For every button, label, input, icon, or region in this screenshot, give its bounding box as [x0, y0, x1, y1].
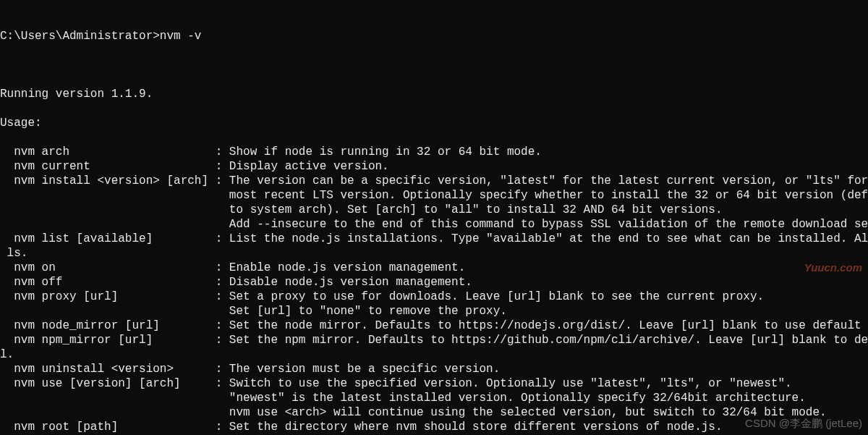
shell-prompt: C:\Users\Administrator>: [0, 30, 160, 43]
output-line: [0, 101, 868, 116]
output-line: nvm on : Enable node.js version manageme…: [0, 261, 868, 275]
output-line: nvm use [version] [arch] : Switch to use…: [0, 376, 868, 391]
output-line: Running version 1.1.9.: [0, 87, 868, 101]
output-line: nvm list [available] : List the node.js …: [0, 232, 868, 246]
output-line: l.: [0, 347, 868, 362]
output-line: Usage:: [0, 116, 868, 130]
output-line: nvm arch : Show if node is running in 32…: [0, 145, 868, 159]
output-line: nvm current : Display active version.: [0, 159, 868, 174]
output-line: nvm use <arch> will continue using the s…: [0, 405, 868, 420]
output-line: nvm npm_mirror [url] : Set the npm mirro…: [0, 333, 868, 347]
output-line: [0, 130, 868, 145]
output-line: "newest" is the latest installed version…: [0, 391, 868, 405]
output-line: nvm install <version> [arch] : The versi…: [0, 174, 868, 188]
output-line: ls.: [0, 246, 868, 261]
command-output: Running version 1.1.9.Usage: nvm arch : …: [0, 72, 868, 434]
typed-command: nvm -v: [160, 30, 202, 43]
output-line: nvm off : Disable node.js version manage…: [0, 275, 868, 290]
output-line: Set [url] to "none" to remove the proxy.: [0, 304, 868, 318]
output-line: nvm uninstall <version> : The version mu…: [0, 362, 868, 376]
output-line: nvm proxy [url] : Set a proxy to use for…: [0, 290, 868, 304]
terminal-output[interactable]: C:\Users\Administrator>nvm -v Running ve…: [0, 0, 868, 435]
output-line: [0, 72, 868, 87]
prompt-line: C:\Users\Administrator>nvm -v: [0, 29, 868, 43]
output-line: to system arch). Set [arch] to "all" to …: [0, 203, 868, 217]
output-line: nvm root [path] : Set the directory wher…: [0, 420, 868, 434]
output-line: most recent LTS version. Optionally spec…: [0, 188, 868, 203]
output-line: nvm node_mirror [url] : Set the node mir…: [0, 318, 868, 333]
output-line: Add --insecure to the end of this comman…: [0, 217, 868, 232]
